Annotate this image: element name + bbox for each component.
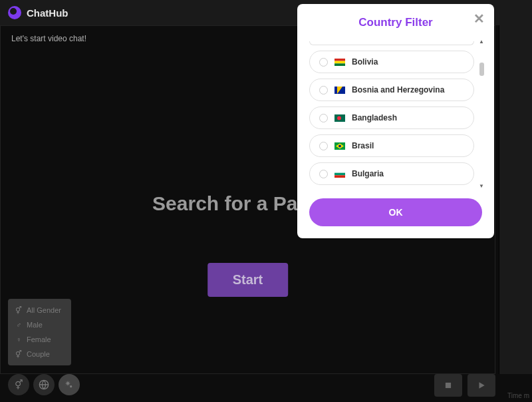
svg-point-9 <box>337 116 341 120</box>
flag-bolivia-icon <box>334 59 345 66</box>
scroll-up-icon[interactable]: ▲ <box>479 39 484 45</box>
play-icon <box>477 381 486 390</box>
gender-label: Couple <box>27 350 50 358</box>
flag-bosnia-icon <box>334 87 345 94</box>
radio-button <box>319 58 328 67</box>
radio-button <box>319 170 328 178</box>
time-label: Time m <box>507 392 529 399</box>
svg-rect-3 <box>446 383 451 388</box>
country-item-bulgaria[interactable]: Bulgaria <box>309 162 474 185</box>
stop-button[interactable] <box>434 374 462 397</box>
country-name: Bangladesh <box>352 113 397 122</box>
country-name: Brasil <box>352 141 374 150</box>
svg-rect-13 <box>334 172 345 175</box>
all-gender-icon: ⚥ <box>15 306 23 314</box>
modal-title: Country Filter <box>309 16 482 29</box>
country-name: Bosnia and Herzegovina <box>352 85 444 95</box>
country-name: Bolivia <box>352 57 378 67</box>
country-item-bolivia[interactable]: Bolivia <box>309 51 474 73</box>
male-icon: ♂ <box>15 321 23 329</box>
svg-point-11 <box>338 144 341 147</box>
couple-icon: ⚥ <box>15 350 23 358</box>
svg-rect-14 <box>334 175 345 178</box>
gears-icon <box>64 379 74 390</box>
svg-rect-12 <box>334 170 345 173</box>
app-name: ChatHub <box>27 7 68 19</box>
gender-label: Male <box>27 321 43 329</box>
country-name: Bulgaria <box>352 169 384 178</box>
country-filter-modal: ✕ Country Filter Bolivia Bosnia and Herz… <box>297 4 494 238</box>
flag-brasil-icon <box>334 142 345 150</box>
ok-button[interactable]: OK <box>309 198 482 226</box>
gender-option-all[interactable]: ⚥ All Gender <box>15 303 65 317</box>
svg-rect-4 <box>334 59 345 61</box>
gender-label: All Gender <box>27 306 61 314</box>
radio-button <box>319 114 328 122</box>
settings-button[interactable] <box>59 374 80 395</box>
female-icon: ♀ <box>15 335 23 343</box>
svg-point-2 <box>70 385 72 387</box>
gender-option-female[interactable]: ♀ Female <box>15 332 65 347</box>
scrollbar[interactable]: ▲ ▼ <box>478 39 485 189</box>
radio-button <box>319 86 328 95</box>
country-list-wrapper: Bolivia Bosnia and Herzegovina Banglades… <box>309 41 482 186</box>
globe-icon <box>39 379 49 390</box>
gender-label: Female <box>27 335 51 343</box>
start-button[interactable]: Start <box>207 263 289 297</box>
gender-option-couple[interactable]: ⚥ Couple <box>15 347 65 361</box>
bottom-controls: ⚥ <box>8 374 80 395</box>
flag-bangladesh-icon <box>334 114 345 122</box>
country-item-bangladesh[interactable]: Bangladesh <box>309 106 474 129</box>
globe-button[interactable] <box>33 374 55 395</box>
close-icon: ✕ <box>473 11 485 26</box>
gender-icon: ⚥ <box>15 379 23 390</box>
svg-rect-5 <box>334 61 345 63</box>
stop-icon <box>444 381 453 390</box>
gender-toggle-button[interactable]: ⚥ <box>8 374 29 395</box>
radio-button <box>319 142 328 150</box>
flag-bulgaria-icon <box>334 170 345 178</box>
country-list: Bolivia Bosnia and Herzegovina Banglades… <box>309 51 482 185</box>
play-button[interactable] <box>467 374 495 397</box>
svg-rect-6 <box>334 63 345 66</box>
right-panel <box>499 25 532 374</box>
close-button[interactable]: ✕ <box>473 12 485 25</box>
gender-panel: ⚥ All Gender ♂ Male ♀ Female ⚥ Couple <box>8 299 71 365</box>
scroll-thumb[interactable] <box>479 63 484 76</box>
country-item-bosnia[interactable]: Bosnia and Herzegovina <box>309 79 474 101</box>
scroll-down-icon[interactable]: ▼ <box>479 183 484 189</box>
logo-icon <box>8 6 21 19</box>
partial-item-top <box>309 41 474 45</box>
playback-controls <box>434 374 495 397</box>
country-item-brasil[interactable]: Brasil <box>309 134 474 157</box>
gender-option-male[interactable]: ♂ Male <box>15 317 65 332</box>
